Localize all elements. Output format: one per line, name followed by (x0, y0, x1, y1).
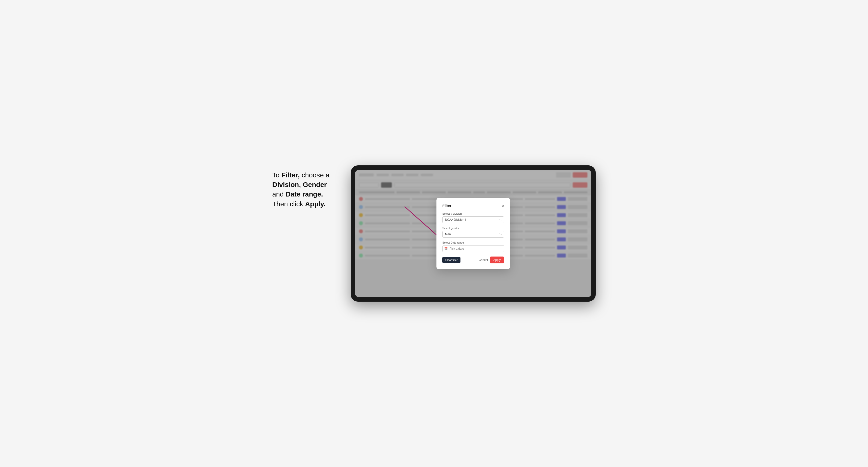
bold-date-range: Date range. (286, 190, 323, 198)
modal-overlay: Filter × Select a division NCAA Division… (355, 170, 591, 297)
instruction-text: To Filter, choose a Division, Gender and… (272, 165, 341, 209)
date-label: Select Date range (442, 241, 504, 244)
date-input-wrapper: 📅 (442, 245, 504, 252)
date-form-group: Select Date range 📅 (442, 241, 504, 252)
modal-close-button[interactable]: × (502, 204, 504, 208)
apply-button[interactable]: Apply (490, 256, 504, 263)
division-select-wrapper: NCAA Division I NCAA Division II NCAA Di… (442, 216, 504, 223)
page-wrapper: To Filter, choose a Division, Gender and… (262, 156, 606, 311)
bold-division-gender: Division, Gender (272, 181, 327, 188)
bold-filter: Filter, (281, 171, 300, 179)
tablet-frame: Filter × Select a division NCAA Division… (351, 165, 596, 302)
gender-select[interactable]: Men Women (442, 231, 504, 238)
division-form-group: Select a division NCAA Division I NCAA D… (442, 212, 504, 223)
modal-title: Filter (442, 204, 452, 208)
modal-footer-right: Cancel Apply (479, 256, 504, 263)
filter-modal: Filter × Select a division NCAA Division… (436, 198, 510, 269)
division-select[interactable]: NCAA Division I NCAA Division II NCAA Di… (442, 216, 504, 223)
calendar-icon: 📅 (444, 247, 448, 250)
gender-label: Select gender (442, 227, 504, 229)
bold-apply: Apply. (305, 200, 326, 208)
division-label: Select a division (442, 212, 504, 215)
modal-footer: Clear filter Cancel Apply (442, 256, 504, 263)
clear-filter-button[interactable]: Clear filter (442, 257, 461, 263)
cancel-button[interactable]: Cancel (479, 258, 488, 262)
gender-form-group: Select gender Men Women (442, 227, 504, 238)
tablet-screen: Filter × Select a division NCAA Division… (355, 170, 591, 297)
date-input[interactable] (442, 245, 504, 252)
modal-header: Filter × (442, 204, 504, 208)
gender-select-wrapper: Men Women (442, 231, 504, 238)
